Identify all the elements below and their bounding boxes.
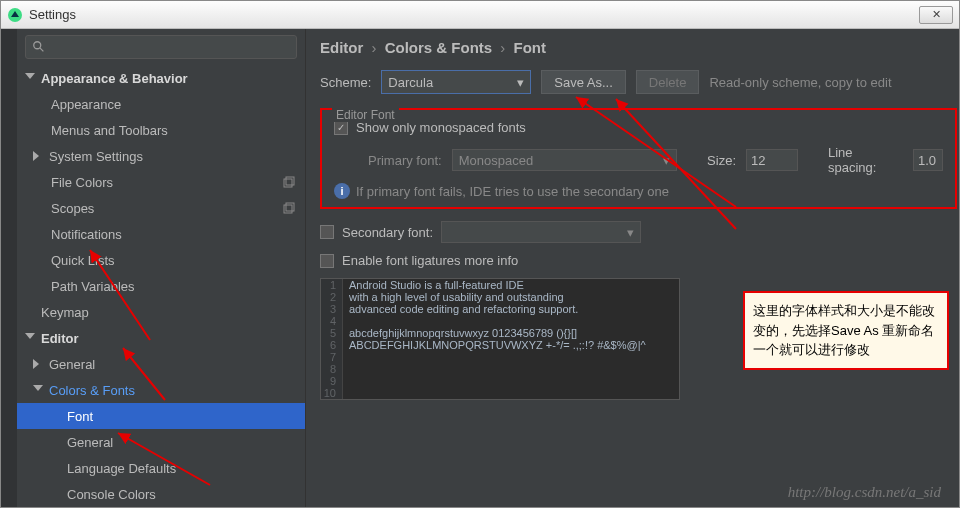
content: Appearance & Behavior Appearance Menus a… — [1, 29, 959, 507]
secondary-font-label: Secondary font: — [342, 225, 433, 240]
sidebar: Appearance & Behavior Appearance Menus a… — [17, 29, 306, 507]
size-input[interactable] — [746, 149, 798, 171]
tree-label: General — [49, 357, 95, 372]
tree-label: Path Variables — [51, 279, 135, 294]
svg-rect-3 — [284, 179, 292, 187]
tree-menus-toolbars[interactable]: Menus and Toolbars — [17, 117, 305, 143]
svg-point-1 — [34, 42, 41, 49]
chevron-down-icon — [25, 333, 35, 343]
search-icon — [32, 40, 46, 54]
tree-general2[interactable]: General — [17, 429, 305, 455]
tree-label: Font — [67, 409, 93, 424]
main-panel: Editor › Colors & Fonts › Font Scheme: D… — [306, 29, 959, 507]
scheme-row: Scheme: Darcula ▾ Save As... Delete Read… — [320, 70, 959, 94]
tree-label: Colors & Fonts — [49, 383, 135, 398]
tree-font[interactable]: Font — [17, 403, 305, 429]
spacing-input[interactable] — [913, 149, 943, 171]
tree-editor[interactable]: Editor — [17, 325, 305, 351]
primary-font-label: Primary font: — [334, 153, 442, 168]
tree-system-settings[interactable]: System Settings — [17, 143, 305, 169]
chevron-right-icon — [33, 359, 43, 369]
scheme-label: Scheme: — [320, 75, 371, 90]
secondary-section: Secondary font: ▾ Enable font ligatures … — [320, 221, 959, 268]
svg-rect-4 — [286, 177, 294, 185]
tree-notifications[interactable]: Notifications — [17, 221, 305, 247]
spacing-label: Line spacing: — [828, 145, 903, 175]
tree-keymap[interactable]: Keymap — [17, 299, 305, 325]
tree-appearance[interactable]: Appearance — [17, 91, 305, 117]
info-text: If primary font fails, IDE tries to use … — [356, 184, 669, 199]
svg-rect-5 — [284, 205, 292, 213]
tree-console-colors[interactable]: Console Colors — [17, 481, 305, 507]
chevron-right-icon — [33, 151, 43, 161]
tree-file-colors[interactable]: File Colors — [17, 169, 305, 195]
info-row: i If primary font fails, IDE tries to us… — [334, 183, 943, 199]
readonly-message: Read-only scheme, copy to edit — [709, 75, 891, 90]
tree-quick-lists[interactable]: Quick Lists — [17, 247, 305, 273]
search-input[interactable] — [25, 35, 297, 59]
tree-label: Menus and Toolbars — [51, 123, 168, 138]
crumb: Font — [514, 39, 546, 56]
tree-label: System Settings — [49, 149, 143, 164]
tree-label: Language Defaults — [67, 461, 176, 476]
project-icon — [283, 202, 295, 214]
tree-label: Keymap — [41, 305, 89, 320]
tree-label: Editor — [41, 331, 79, 346]
tree-label: Quick Lists — [51, 253, 115, 268]
delete-button[interactable]: Delete — [636, 70, 700, 94]
font-preview: 1Android Studio is a full-featured IDE2w… — [320, 278, 680, 400]
project-icon — [283, 176, 295, 188]
tree-label: File Colors — [51, 175, 113, 190]
scheme-dropdown[interactable]: Darcula ▾ — [381, 70, 531, 94]
ligatures-label: Enable font ligatures more info — [342, 253, 518, 268]
tree-label: Scopes — [51, 201, 94, 216]
secondary-font-checkbox[interactable] — [320, 225, 334, 239]
tree-general[interactable]: General — [17, 351, 305, 377]
save-as-button[interactable]: Save As... — [541, 70, 626, 94]
tree-lang-defaults[interactable]: Language Defaults — [17, 455, 305, 481]
svg-line-2 — [40, 48, 44, 52]
info-icon: i — [334, 183, 350, 199]
tree-label: Appearance — [51, 97, 121, 112]
tree-appearance-behavior[interactable]: Appearance & Behavior — [17, 65, 305, 91]
tree-scopes[interactable]: Scopes — [17, 195, 305, 221]
chevron-right-icon: › — [372, 39, 377, 56]
svg-rect-6 — [286, 203, 294, 211]
app-icon — [7, 7, 23, 23]
ligatures-checkbox[interactable] — [320, 254, 334, 268]
secondary-font-select[interactable]: ▾ — [441, 221, 641, 243]
crumb: Editor — [320, 39, 363, 56]
tree-label: Appearance & Behavior — [41, 71, 188, 86]
tree-label: Notifications — [51, 227, 122, 242]
close-button[interactable]: ✕ — [919, 6, 953, 24]
tree-colors-fonts[interactable]: Colors & Fonts — [17, 377, 305, 403]
editor-font-legend: Editor Font — [332, 108, 399, 122]
chevron-down-icon: ▾ — [517, 75, 524, 90]
tree-label: General — [67, 435, 113, 450]
titlebar: Settings ✕ — [1, 1, 959, 29]
show-mono-label: Show only monospaced fonts — [356, 120, 526, 135]
settings-tree: Appearance & Behavior Appearance Menus a… — [17, 65, 305, 507]
window-title: Settings — [29, 7, 919, 22]
crumb: Colors & Fonts — [385, 39, 493, 56]
primary-font-value: Monospaced — [459, 153, 533, 168]
annotation-callout: 这里的字体样式和大小是不能改变的，先选择Save As 重新命名一个就可以进行修… — [743, 291, 949, 370]
tree-label: Console Colors — [67, 487, 156, 502]
primary-font-row: Primary font: Monospaced ▾ Size: Line sp… — [334, 145, 943, 175]
editor-font-group: Editor Font ✓ Show only monospaced fonts… — [320, 108, 957, 209]
size-label: Size: — [707, 153, 736, 168]
tree-path-variables[interactable]: Path Variables — [17, 273, 305, 299]
primary-font-select[interactable]: Monospaced ▾ — [452, 149, 677, 171]
show-mono-checkbox[interactable]: ✓ — [334, 121, 348, 135]
ligatures-row: Enable font ligatures more info — [320, 253, 959, 268]
show-mono-row: ✓ Show only monospaced fonts — [334, 120, 943, 135]
left-gutter — [1, 29, 17, 507]
scheme-value: Darcula — [388, 75, 433, 90]
settings-window: Settings ✕ Appearance & Behavior Appeara… — [0, 0, 960, 508]
chevron-down-icon: ▾ — [627, 225, 634, 240]
chevron-down-icon: ▾ — [663, 153, 670, 168]
chevron-down-icon — [33, 385, 43, 395]
chevron-right-icon: › — [500, 39, 505, 56]
watermark: http://blog.csdn.net/a_sid — [788, 484, 941, 501]
breadcrumb: Editor › Colors & Fonts › Font — [320, 39, 959, 56]
